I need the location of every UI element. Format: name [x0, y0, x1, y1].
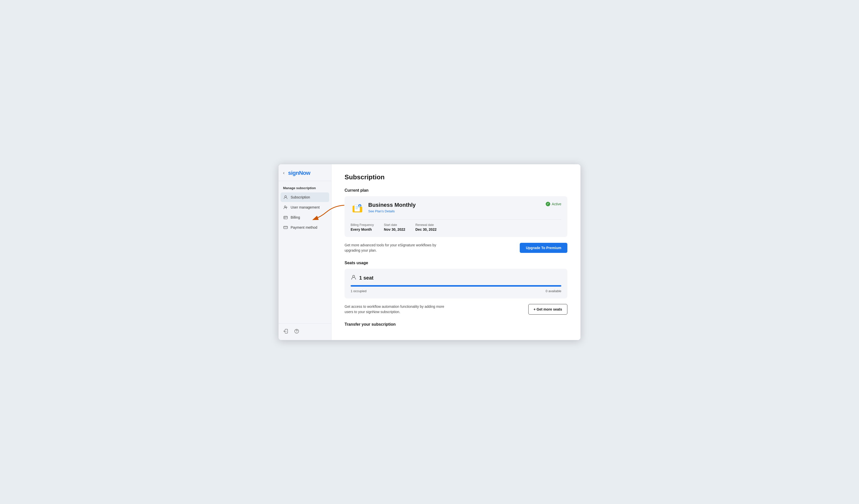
billing-frequency-value: Every Month — [351, 227, 374, 232]
sidebar-header: ‹ signNow — [278, 164, 331, 181]
sidebar-bottom — [278, 324, 331, 340]
current-plan-section-title: Current plan — [345, 188, 567, 193]
sidebar-item-payment-method-label: Payment method — [291, 225, 317, 230]
seats-card: 1 seat 1 occupied 0 available — [345, 269, 567, 298]
sidebar-item-subscription[interactable]: Subscription — [281, 192, 329, 202]
seats-progress-bar — [351, 285, 561, 287]
user-management-icon — [283, 205, 288, 210]
svg-rect-4 — [285, 218, 286, 218]
seats-count: 1 seat — [359, 275, 374, 281]
main-content: Subscription Current plan — [331, 164, 581, 340]
seats-stats: 1 occupied 0 available — [351, 289, 561, 293]
sidebar-item-user-management[interactable]: User management — [281, 203, 329, 212]
upgrade-text: Get more advanced tools for your eSignat… — [345, 242, 450, 253]
sidebar-item-payment-method[interactable]: Payment method — [281, 223, 329, 232]
active-badge: Active — [546, 202, 561, 206]
plan-icon — [351, 202, 364, 215]
renewal-date-label: Renewal date — [416, 223, 437, 227]
billing-frequency-item: Billing Frequency Every Month — [351, 223, 374, 232]
logout-button[interactable] — [282, 328, 289, 336]
svg-rect-9 — [356, 206, 359, 206]
page-title: Subscription — [345, 173, 567, 181]
sidebar-section-title: Manage subscription — [278, 181, 331, 192]
seats-occupied: 1 occupied — [351, 289, 366, 293]
active-label: Active — [552, 202, 561, 206]
plan-details-link[interactable]: See Plan's Details — [368, 209, 416, 213]
plan-name: Business Monthly — [368, 202, 416, 208]
seats-icon — [351, 274, 357, 282]
seats-available: 0 available — [546, 289, 561, 293]
plan-meta: Billing Frequency Every Month Start date… — [351, 219, 561, 232]
get-more-seats-button[interactable]: + Get more seats — [528, 304, 567, 315]
app-logo: signNow — [288, 170, 310, 176]
svg-rect-11 — [356, 208, 358, 209]
renewal-date-item: Renewal date Dec 30, 2022 — [416, 223, 437, 232]
seats-progress-fill — [351, 285, 561, 287]
upgrade-button[interactable]: Upgrade To Premium — [520, 243, 567, 253]
transfer-section-title: Transfer your subscription — [345, 322, 567, 327]
active-dot — [546, 202, 550, 206]
plan-info: Business Monthly See Plan's Details — [368, 202, 416, 213]
sidebar-item-user-management-label: User management — [291, 205, 320, 209]
seats-section-title: Seats usage — [345, 261, 567, 265]
plan-card: Business Monthly See Plan's Details Acti… — [345, 196, 567, 237]
back-button[interactable]: ‹ — [282, 170, 286, 176]
get-seats-row: Get access to workflow automation functi… — [345, 304, 567, 315]
start-date-value: Nov 30, 2022 — [384, 227, 405, 232]
svg-rect-3 — [284, 216, 287, 219]
seats-header: 1 seat — [351, 274, 561, 282]
svg-point-7 — [297, 332, 297, 332]
upgrade-row: Get more advanced tools for your eSignat… — [345, 242, 567, 253]
get-seats-text: Get access to workflow automation functi… — [345, 304, 450, 315]
billing-icon — [283, 215, 288, 220]
svg-rect-5 — [284, 226, 287, 229]
renewal-date-value: Dec 30, 2022 — [416, 227, 437, 232]
payment-method-icon — [283, 225, 288, 230]
start-date-label: Start date — [384, 223, 405, 227]
svg-rect-10 — [356, 207, 359, 208]
svg-point-2 — [284, 206, 286, 207]
help-button[interactable] — [293, 328, 300, 336]
subscription-icon — [283, 195, 288, 200]
sidebar-nav: Subscription User management — [278, 192, 331, 232]
svg-point-14 — [352, 275, 355, 277]
svg-point-13 — [359, 205, 360, 206]
sidebar-item-billing-label: Billing — [291, 215, 300, 219]
svg-point-1 — [285, 195, 286, 197]
sidebar-item-subscription-label: Subscription — [291, 195, 310, 199]
sidebar-item-billing[interactable]: Billing — [281, 212, 329, 222]
start-date-item: Start date Nov 30, 2022 — [384, 223, 405, 232]
billing-frequency-label: Billing Frequency — [351, 223, 374, 227]
